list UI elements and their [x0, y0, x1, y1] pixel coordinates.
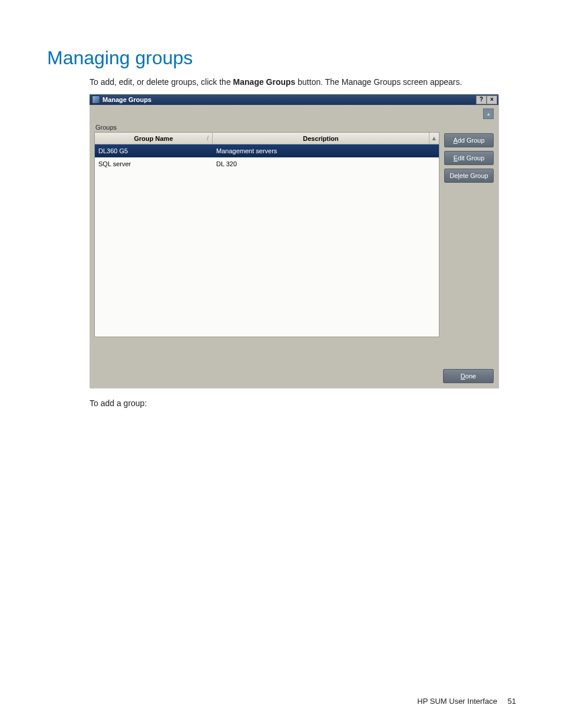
add-group-button[interactable]: Add Group: [444, 133, 494, 147]
column-description[interactable]: Description: [213, 133, 429, 144]
intro-text: To add, edit, or delete groups, click th…: [90, 76, 524, 88]
edit-mnemonic: E: [454, 154, 458, 162]
col-desc-label: Description: [303, 135, 339, 142]
cell-description: Management servers: [213, 147, 439, 154]
window-titlebar: Manage Groups ? ×: [90, 94, 498, 105]
groups-label: Groups: [95, 124, 439, 131]
sort-indicator-icon: /: [207, 135, 209, 141]
edit-group-button[interactable]: Edit Group: [444, 151, 494, 165]
page-number: 51: [508, 697, 516, 706]
done-button[interactable]: Done: [443, 369, 494, 383]
delete-group-button[interactable]: Delete Group: [444, 169, 494, 183]
manage-groups-window: Manage Groups ? × ▴ Groups: [90, 94, 498, 388]
add-label: dd Group: [458, 137, 485, 144]
section-heading: Managing groups: [47, 47, 524, 69]
intro-post: button. The Manage Groups screen appears…: [295, 77, 462, 87]
app-icon: [92, 95, 100, 104]
col-name-label: Group Name: [134, 135, 173, 142]
scroll-up-icon[interactable]: ▴: [483, 108, 494, 119]
done-label: one: [465, 373, 476, 380]
delete-label: ete Group: [459, 172, 488, 179]
column-group-name[interactable]: Group Name /: [95, 133, 213, 144]
help-button[interactable]: ?: [476, 95, 487, 104]
table-row[interactable]: SQL server DL 320: [95, 157, 439, 170]
intro-bold: Manage Groups: [233, 77, 296, 87]
delete-pre: De: [449, 172, 458, 179]
table-scroll-header: ▴: [429, 133, 439, 144]
groups-table: Group Name / Description ▴ DL360: [94, 132, 439, 337]
table-row[interactable]: DL360 G5 Management servers: [95, 144, 439, 157]
footer-text: HP SUM User Interface: [417, 697, 497, 706]
page-footer: HP SUM User Interface 51: [417, 697, 516, 706]
cell-description: DL 320: [213, 160, 439, 167]
window-title: Manage Groups: [103, 96, 151, 103]
intro-pre: To add, edit, or delete groups, click th…: [90, 77, 233, 87]
edit-label: dit Group: [458, 154, 484, 162]
add-mnemonic: A: [453, 137, 457, 144]
close-button[interactable]: ×: [487, 95, 497, 104]
done-mnemonic: D: [461, 373, 465, 380]
cell-group-name: SQL server: [95, 160, 213, 167]
table-header: Group Name / Description ▴: [95, 133, 439, 144]
after-text: To add a group:: [90, 398, 524, 408]
cell-group-name: DL360 G5: [95, 147, 213, 154]
